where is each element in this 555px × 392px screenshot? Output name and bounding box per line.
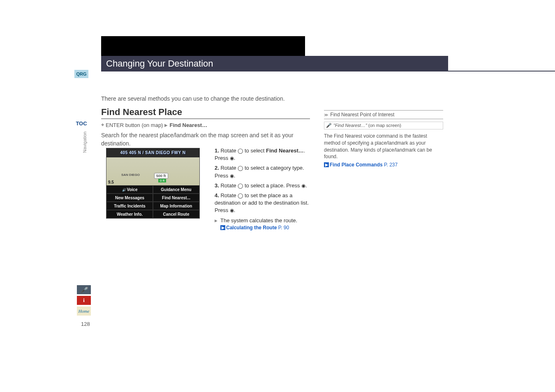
step-number: 2.	[215, 165, 219, 171]
title-bar-rule	[448, 71, 555, 71]
side-note-column: Find Nearest Point of Interest 🎤"Find Ne…	[324, 110, 443, 168]
rotate-dial-icon: ◯	[238, 182, 243, 189]
section-label-navigation: Navigation	[82, 131, 87, 153]
voice-nav-button[interactable]: 🎤	[77, 285, 91, 294]
link-page: P. 90	[278, 225, 289, 231]
map-distance-badge: 500 ft	[154, 173, 168, 179]
menu-map-info: Map Information	[153, 202, 199, 210]
menu-messages: New Messages	[106, 194, 153, 202]
rotate-dial-icon: ◯	[238, 165, 243, 172]
section-description: Search for the nearest place/landmark on…	[101, 131, 307, 148]
toc-tab[interactable]: TOC	[74, 120, 88, 129]
press-dial-icon: ◉	[230, 173, 234, 180]
step-number: 4.	[215, 192, 219, 198]
rotate-dial-icon: ◯	[238, 148, 243, 154]
menu-find-nearest: Find Nearest...	[153, 194, 199, 202]
step-result: The system calculates the route. ▶Calcul…	[220, 217, 309, 231]
press-dial-icon: ◉	[230, 207, 234, 214]
screenshot-map-area: SAN DIEGO 500 ft 0 ft 9.5	[106, 157, 199, 185]
step-3: 3. Rotate ◯ to select a place. Press ◉.	[215, 182, 309, 189]
voice-command-suffix: (on map screen)	[367, 123, 401, 128]
step-1: 1. Rotate ◯ to select Find Nearest…. Pre…	[215, 147, 309, 162]
step-2: 2. Rotate ◯ to select a category type. P…	[215, 164, 309, 179]
press-dial-icon: ◉	[301, 182, 305, 189]
breadcrumb-item: Find Nearest…	[169, 122, 207, 128]
screenshot-road-label: 405 405 N / SAN DIEGO FWY N	[106, 148, 199, 157]
cross-ref-link[interactable]: ▶Calculating the Route P. 90	[220, 224, 309, 231]
voice-command-text: "Find Nearest…"	[333, 123, 367, 128]
page-title-bar: Changing Your Destination	[101, 56, 448, 71]
map-city-label: SAN DIEGO	[121, 173, 140, 177]
enter-icon: ⌖	[101, 122, 104, 128]
menu-traffic: Traffic Incidents	[106, 202, 153, 210]
footer-icon-column: 🎤 i Home	[77, 285, 92, 317]
intro-text: There are several methods you can use to…	[101, 95, 285, 102]
menu-cancel-route: Cancel Route	[153, 210, 199, 218]
qrg-tab[interactable]: QRG	[74, 70, 88, 78]
press-dial-icon: ◉	[230, 155, 234, 162]
steps-list: 1. Rotate ◯ to select Find Nearest…. Pre…	[215, 147, 309, 231]
info-nav-button[interactable]: i	[77, 296, 91, 305]
chevron-right-icon: ▶	[164, 123, 168, 127]
link-text: Calculating the Route	[226, 225, 277, 231]
link-page: P. 237	[384, 162, 398, 168]
nav-screenshot: 405 405 N / SAN DIEGO FWY N SAN DIEGO 50…	[106, 148, 200, 219]
link-arrow-icon: ▶	[220, 225, 225, 230]
step-4: 4. Rotate ◯ to set the place as a destin…	[215, 192, 309, 214]
voice-command-box: 🎤"Find Nearest…" (on map screen)	[324, 122, 443, 129]
side-note-body: The Find Nearest voice command is the fa…	[324, 133, 443, 160]
voice-icon: 🎤	[326, 123, 332, 128]
side-note-title: Find Nearest Point of Interest	[324, 110, 443, 119]
step-number: 1.	[215, 148, 219, 154]
screenshot-menu: Voice Guidance Menu New Messages Find Ne…	[106, 185, 199, 218]
breadcrumb-prefix: ENTER button (on map)	[106, 122, 163, 128]
rotate-dial-icon: ◯	[238, 192, 243, 199]
page-title: Changing Your Destination	[106, 58, 213, 69]
map-distance-badge-2: 0 ft	[158, 179, 166, 182]
step-target: Find Nearest…	[266, 148, 304, 154]
home-nav-button[interactable]: Home	[77, 307, 91, 316]
step-number: 3.	[215, 182, 219, 189]
breadcrumb: ⌖ ENTER button (on map) ▶ Find Nearest…	[101, 122, 207, 128]
cross-ref-link[interactable]: ▶Find Place Commands P. 237	[324, 162, 443, 168]
page-number: 128	[81, 321, 90, 327]
menu-weather: Weather Info.	[106, 210, 153, 218]
menu-guidance: Guidance Menu	[153, 185, 199, 194]
link-arrow-icon: ▶	[324, 162, 329, 167]
header-black-bar	[101, 36, 305, 56]
link-text: Find Place Commands	[330, 162, 383, 168]
result-text: The system calculates the route.	[220, 217, 309, 224]
menu-voice: Voice	[106, 185, 153, 194]
map-corner-value: 9.5	[108, 180, 114, 184]
section-heading: Find Nearest Place	[101, 107, 310, 119]
